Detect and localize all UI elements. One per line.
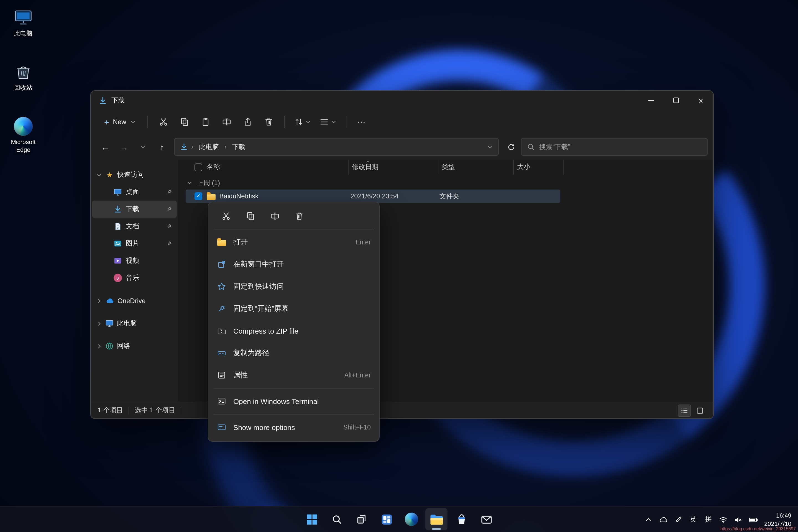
new-button-label: New xyxy=(113,118,126,126)
desktop-icon-edge[interactable]: Microsoft Edge xyxy=(3,115,43,154)
taskbar-search-button[interactable] xyxy=(326,508,348,530)
row-checkbox[interactable]: ✓ xyxy=(194,192,207,200)
ime-mode-button[interactable]: 拼 xyxy=(701,510,716,530)
start-button[interactable] xyxy=(301,508,323,530)
chevron-up-icon xyxy=(645,516,652,524)
windows-ink-button[interactable] xyxy=(671,510,685,530)
delete-button[interactable] xyxy=(259,113,278,131)
checkbox-checked-icon: ✓ xyxy=(194,192,202,200)
sidebar-item-videos[interactable]: 视频 xyxy=(92,252,177,269)
file-modified-cell: 2021/6/20 23:54 xyxy=(347,192,436,200)
back-button[interactable]: ← xyxy=(96,138,114,156)
desktop-icon-label: 回收站 xyxy=(3,84,43,92)
menu-item-show-more-options[interactable]: Show more options Shift+F10 xyxy=(211,416,376,438)
desktop-icon-label: 此电脑 xyxy=(3,30,43,38)
copy-button[interactable] xyxy=(240,207,261,225)
sidebar-item-downloads[interactable]: 下载 xyxy=(92,201,177,218)
clock[interactable]: 16:49 2021/7/10 xyxy=(761,512,796,527)
file-explorer-taskbar-button[interactable] xyxy=(425,508,448,530)
desktop-icon-label: Microsoft Edge xyxy=(3,138,43,154)
refresh-button[interactable] xyxy=(502,138,520,156)
star-outline-icon xyxy=(217,282,227,291)
sidebar-item-music[interactable]: ♪ 音乐 xyxy=(92,269,177,286)
this-pc-icon xyxy=(105,319,114,327)
column-header-modified[interactable]: 修改日期 xyxy=(348,159,438,174)
sidebar-item-documents[interactable]: 文档 xyxy=(92,218,177,235)
sidebar-item-network[interactable]: 网络 xyxy=(92,338,177,355)
group-header-last-week[interactable]: 上周 (1) xyxy=(178,176,713,190)
ime-mode-label: 拼 xyxy=(705,515,711,524)
pin-icon xyxy=(166,223,172,229)
edge-taskbar-button[interactable] xyxy=(400,508,422,530)
address-bar[interactable]: › 此电脑 › 下载 xyxy=(174,138,499,156)
share-button[interactable] xyxy=(238,113,257,131)
paste-button[interactable] xyxy=(196,113,215,131)
widgets-button[interactable] xyxy=(376,508,398,530)
see-more-button[interactable]: ⋯ xyxy=(353,113,371,131)
column-header-size[interactable]: 大小 xyxy=(514,159,564,174)
sort-button[interactable] xyxy=(291,113,314,131)
menu-item-open-new-window[interactable]: 在新窗口中打开 xyxy=(211,253,376,276)
menu-item-open[interactable]: 打开 Enter xyxy=(211,231,376,253)
task-view-button[interactable] xyxy=(350,508,373,530)
search-input[interactable] xyxy=(539,143,702,151)
context-menu: 打开 Enter 在新窗口中打开 固定到快速访问 固定到“开始”屏幕 xyxy=(208,202,380,442)
cut-button[interactable] xyxy=(154,113,173,131)
desktop-folder-icon xyxy=(114,188,122,196)
microsoft-store-button[interactable] xyxy=(450,508,472,530)
sidebar-item-desktop[interactable]: 桌面 xyxy=(92,184,177,201)
column-header-name[interactable]: 名称 xyxy=(207,159,348,174)
recycle-bin-icon xyxy=(3,61,43,83)
address-dropdown-icon[interactable] xyxy=(487,144,493,150)
details-view-button[interactable] xyxy=(678,404,691,416)
chevron-right-icon xyxy=(96,343,102,349)
rename-button[interactable] xyxy=(217,113,236,131)
close-button[interactable]: × xyxy=(688,91,713,110)
file-row-selected[interactable]: ✓ BaiduNetdisk 2021/6/20 23:54 文件夹 xyxy=(186,190,560,203)
maximize-button[interactable] xyxy=(663,91,688,110)
menu-item-open-windows-terminal[interactable]: Open in Windows Terminal xyxy=(211,390,376,412)
tray-overflow-button[interactable] xyxy=(641,510,656,530)
search-box[interactable] xyxy=(521,138,708,156)
titlebar[interactable]: 下载 × xyxy=(91,91,713,110)
caption-buttons: × xyxy=(639,91,713,110)
view-button[interactable] xyxy=(317,113,340,131)
ime-language-button[interactable]: 英 xyxy=(686,510,701,530)
sidebar-item-quick-access[interactable]: ★ 快速访问 xyxy=(92,166,177,184)
mail-button[interactable] xyxy=(475,508,497,530)
menu-separator xyxy=(213,388,374,388)
up-button[interactable]: ↑ xyxy=(153,138,171,156)
select-all-checkbox[interactable] xyxy=(194,159,207,174)
menu-item-pin-to-start[interactable]: 固定到“开始”屏幕 xyxy=(211,298,376,320)
thumbnail-view-icon xyxy=(696,406,704,414)
delete-button[interactable] xyxy=(289,207,310,225)
widgets-icon xyxy=(381,513,392,525)
menu-item-copy-as-path[interactable]: 复制为路径 xyxy=(211,342,376,364)
forward-button[interactable]: → xyxy=(115,138,133,156)
folder-icon xyxy=(207,194,215,200)
menu-item-compress-zip[interactable]: Compress to ZIP file xyxy=(211,320,376,342)
sidebar-item-pictures[interactable]: 图片 xyxy=(92,235,177,252)
new-button[interactable]: + New xyxy=(99,114,141,129)
sidebar-item-onedrive[interactable]: OneDrive xyxy=(92,292,177,309)
recent-locations-button[interactable] xyxy=(134,138,152,156)
thumbnail-view-button[interactable] xyxy=(693,404,706,416)
breadcrumb-downloads[interactable]: 下载 xyxy=(230,141,248,153)
menu-item-pin-quick-access[interactable]: 固定到快速访问 xyxy=(211,276,376,298)
column-header-type[interactable]: 类型 xyxy=(438,159,514,174)
chevron-down-icon xyxy=(140,144,146,150)
cut-button[interactable] xyxy=(215,207,236,225)
copy-path-icon xyxy=(217,348,227,358)
copy-button[interactable] xyxy=(175,113,194,131)
rename-button[interactable] xyxy=(264,207,285,225)
search-icon xyxy=(331,514,342,525)
minimize-button[interactable] xyxy=(639,91,663,110)
breadcrumb-this-pc[interactable]: 此电脑 xyxy=(197,141,221,153)
desktop-icon-this-pc[interactable]: 此电脑 xyxy=(3,7,43,38)
sidebar-item-this-pc[interactable]: 此电脑 xyxy=(92,315,177,332)
menu-item-properties[interactable]: 属性 Alt+Enter xyxy=(211,364,376,386)
desktop-icon-recycle-bin[interactable]: 回收站 xyxy=(3,61,43,92)
column-headers: 名称 修改日期 类型 大小 xyxy=(178,159,713,174)
network-icon xyxy=(105,342,114,350)
onedrive-tray-button[interactable] xyxy=(656,510,670,530)
